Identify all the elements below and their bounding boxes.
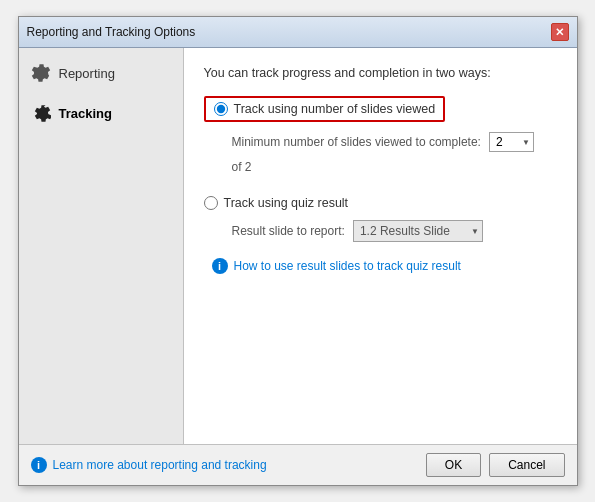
info-link-row: i How to use result slides to track quiz… [212, 258, 557, 274]
dialog-body: Reporting Tracking You can track progres… [19, 48, 577, 444]
content-area: You can track progress and completion in… [184, 48, 577, 444]
gear-icon-tracking [31, 103, 51, 123]
title-bar: Reporting and Tracking Options ✕ [19, 17, 577, 48]
dialog-title: Reporting and Tracking Options [27, 25, 196, 39]
option2-radio[interactable] [204, 196, 218, 210]
option1-radio[interactable] [214, 102, 228, 116]
footer-left: i Learn more about reporting and trackin… [31, 457, 267, 473]
option2-row: Track using quiz result [204, 196, 557, 210]
intro-text: You can track progress and completion in… [204, 66, 557, 80]
option1-sub: Minimum number of slides viewed to compl… [232, 132, 557, 174]
footer-info-icon: i [31, 457, 47, 473]
sidebar-item-tracking[interactable]: Tracking [19, 93, 183, 133]
option1-sub-label: Minimum number of slides viewed to compl… [232, 135, 481, 149]
option1-label: Track using number of slides viewed [234, 102, 436, 116]
sidebar-item-reporting[interactable]: Reporting [19, 53, 183, 93]
option1-row: Track using number of slides viewed [204, 96, 557, 122]
result-slide-select[interactable]: 1.2 Results Slide [353, 220, 483, 242]
option2-sub-label: Result slide to report: [232, 224, 345, 238]
ok-button[interactable]: OK [426, 453, 481, 477]
of-text: of 2 [232, 160, 252, 174]
option2-sub: Result slide to report: 1.2 Results Slid… [232, 220, 557, 242]
sidebar-label-tracking: Tracking [59, 106, 112, 121]
close-button[interactable]: ✕ [551, 23, 569, 41]
gear-icon-reporting [31, 63, 51, 83]
slides-count-select[interactable]: 2 1 [489, 132, 534, 152]
section-divider [204, 182, 557, 196]
result-slide-wrapper[interactable]: 1.2 Results Slide [353, 220, 483, 242]
option1-radio-box[interactable]: Track using number of slides viewed [204, 96, 446, 122]
dialog-footer: i Learn more about reporting and trackin… [19, 444, 577, 485]
learn-more-link[interactable]: Learn more about reporting and tracking [53, 458, 267, 472]
option2-label: Track using quiz result [224, 196, 349, 210]
cancel-button[interactable]: Cancel [489, 453, 564, 477]
footer-buttons: OK Cancel [426, 453, 565, 477]
sidebar-label-reporting: Reporting [59, 66, 115, 81]
sidebar: Reporting Tracking [19, 48, 184, 444]
info-link[interactable]: How to use result slides to track quiz r… [234, 259, 461, 273]
slides-count-wrapper[interactable]: 2 1 [489, 132, 534, 152]
dialog-window: Reporting and Tracking Options ✕ Reporti… [18, 16, 578, 486]
info-icon: i [212, 258, 228, 274]
